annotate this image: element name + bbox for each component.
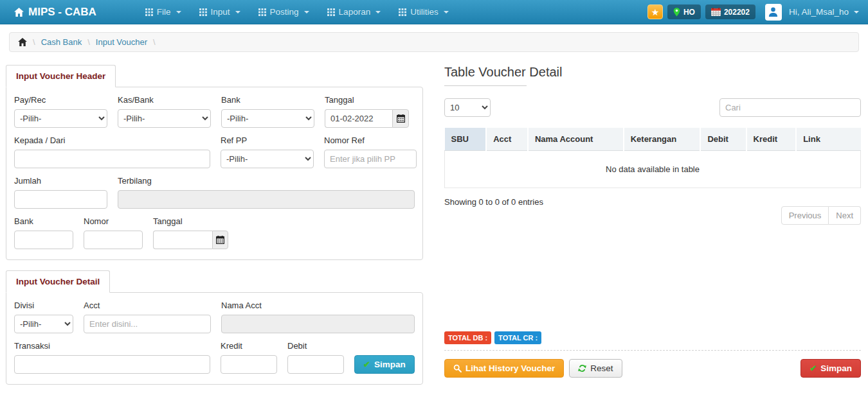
simpan-detail-label: Simpan (374, 360, 406, 369)
grid-icon (258, 8, 266, 16)
simpan-voucher-button[interactable]: ✔ Simpan (800, 359, 861, 378)
breadcrumb-home-icon[interactable] (18, 38, 27, 46)
transaksi-input[interactable] (14, 355, 210, 374)
period-badge-label: 202202 (724, 8, 750, 17)
table-empty-message: No data available in table (445, 151, 861, 188)
nomorref-label: Nomor Ref (324, 136, 417, 145)
simpan-voucher-label: Simpan (820, 363, 852, 373)
kasbank-select[interactable]: -Pilih- (118, 109, 211, 128)
tanggal-input[interactable] (325, 109, 392, 128)
column-header-acct[interactable]: Acct (486, 128, 528, 151)
menu-posting[interactable]: Posting (249, 0, 318, 24)
chevron-down-icon (375, 11, 381, 13)
bank-select[interactable]: -Pilih- (221, 109, 314, 128)
kasbank-label: Kas/Bank (118, 95, 211, 105)
favorite-button[interactable]: ★ (647, 4, 663, 19)
refresh-icon (578, 364, 586, 372)
kasbank-field-group: Kas/Bank -Pilih- (118, 95, 211, 128)
menu-input[interactable]: Input (190, 0, 249, 24)
kepada-field-group: Kepada / Dari (14, 136, 210, 168)
breadcrumb-cash-bank[interactable]: Cash Bank (41, 37, 82, 47)
jumlah-label: Jumlah (14, 176, 107, 186)
terbilang-input (118, 190, 415, 209)
acct-field-group: Acct (84, 301, 211, 333)
column-header-link[interactable]: Link (796, 128, 860, 151)
bank2-input[interactable] (14, 231, 73, 249)
table-info-text: Showing 0 to 0 of 0 entries (444, 197, 543, 207)
acct-input[interactable] (84, 315, 211, 333)
total-cr-badge: TOTAL CR : (494, 331, 541, 344)
menu-posting-label: Posting (270, 7, 299, 17)
nama-acct-label: Nama Acct (221, 301, 415, 310)
table-pagination: Previous Next (781, 206, 861, 225)
kredit-label: Kredit (221, 341, 277, 351)
kredit-input[interactable] (221, 355, 277, 374)
kepada-label: Kepada / Dari (14, 136, 210, 145)
calendar-button[interactable] (392, 109, 409, 128)
refpp-label: Ref PP (221, 136, 314, 145)
tab-input-voucher-header[interactable]: Input Voucher Header (6, 65, 116, 87)
tab-input-voucher-detail[interactable]: Input Voucher Detail (6, 270, 110, 293)
nama-acct-field-group: Nama Acct (221, 301, 415, 333)
menu-laporan[interactable]: Laporan (318, 0, 390, 24)
table-header-row: SBU Acct Nama Account Keterangan Debit K… (445, 128, 861, 151)
menu-utilities[interactable]: Utilities (390, 0, 458, 24)
column-header-sbu[interactable]: SBU (445, 128, 487, 151)
lihat-history-voucher-button[interactable]: Lihat History Voucher (444, 359, 564, 378)
column-header-kredit[interactable]: Kredit (746, 128, 797, 151)
next-page-button[interactable]: Next (829, 206, 861, 225)
nomorref-input[interactable] (324, 150, 417, 168)
divisi-select[interactable]: -Pilih- (14, 315, 73, 333)
nomor-input[interactable] (84, 231, 143, 249)
reset-button[interactable]: Reset (569, 359, 622, 378)
column-header-debit[interactable]: Debit (700, 128, 746, 151)
breadcrumb-separator: \ (87, 37, 90, 47)
refpp-select[interactable]: -Pilih- (221, 150, 314, 168)
simpan-detail-button[interactable]: ✔ Simpan (354, 355, 415, 374)
transaksi-label: Transaksi (14, 341, 210, 351)
column-header-keterangan[interactable]: Keterangan (624, 128, 701, 151)
kepada-input[interactable] (14, 150, 210, 168)
user-menu[interactable]: Hi, Ali_Msal_ho (789, 7, 859, 17)
terbilang-field-group: Terbilang (118, 176, 415, 209)
payrec-label: Pay/Rec (14, 95, 107, 105)
grid-icon (327, 8, 335, 16)
calendar-button[interactable] (212, 231, 228, 249)
table-empty-row: No data available in table (445, 151, 861, 188)
search-input[interactable] (719, 98, 861, 117)
payrec-select[interactable]: -Pilih- (14, 109, 107, 128)
column-header-nama-account[interactable]: Nama Account (528, 128, 624, 151)
table-info-row: Showing 0 to 0 of 0 entries Previous Nex… (444, 197, 861, 225)
voucher-detail-tabwrap: Input Voucher Detail (6, 270, 423, 292)
menu-file-label: File (157, 7, 171, 17)
app-brand[interactable]: MIPS - CABA (14, 6, 96, 19)
reset-label: Reset (590, 363, 613, 373)
nama-acct-input (221, 315, 415, 333)
tanggal2-input[interactable] (153, 231, 212, 249)
previous-page-button[interactable]: Previous (781, 206, 829, 225)
bank2-label: Bank (14, 216, 73, 226)
main-menu: File Input Posting Laporan Utilities (136, 0, 458, 24)
jumlah-input[interactable] (14, 190, 107, 209)
search-icon (453, 364, 462, 372)
chevron-down-icon (235, 11, 240, 13)
menu-utilities-label: Utilities (410, 7, 439, 17)
person-icon (768, 6, 779, 17)
user-avatar (765, 4, 782, 21)
location-badge-label: HO (683, 8, 695, 17)
debit-input[interactable] (287, 355, 344, 374)
app-brand-label: MIPS - CABA (28, 6, 96, 19)
menu-file[interactable]: File (136, 0, 190, 24)
breadcrumb-input-voucher[interactable]: Input Voucher (96, 37, 147, 47)
home-icon (14, 8, 24, 17)
bank-label: Bank (221, 95, 314, 105)
left-column: Input Voucher Header Pay/Rec -Pilih- Kas… (6, 65, 423, 385)
page-length-select[interactable]: 10 (444, 98, 491, 117)
breadcrumb-separator: \ (33, 37, 35, 47)
voucher-header-panel: Pay/Rec -Pilih- Kas/Bank -Pilih- Bank -P… (6, 87, 423, 260)
tanggal2-label: Tanggal (153, 216, 228, 226)
voucher-detail-table: SBU Acct Nama Account Keterangan Debit K… (444, 128, 861, 188)
total-db-badge: TOTAL DB : (444, 331, 491, 344)
debit-field-group: Debit (287, 341, 344, 374)
dashed-divider (444, 350, 861, 351)
